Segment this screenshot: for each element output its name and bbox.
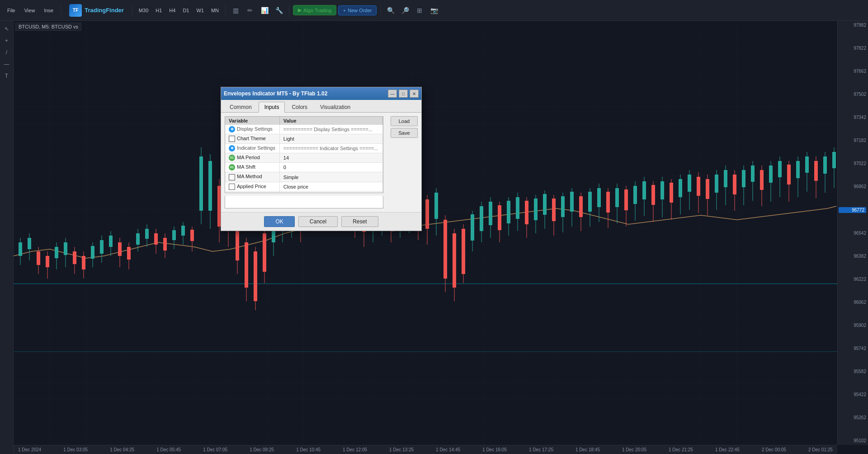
price-95102: 95102: [839, 438, 866, 443]
new-order-btn[interactable]: + New Order: [338, 5, 377, 15]
chart-area[interactable]: [14, 21, 837, 445]
tf-d1[interactable]: D1: [180, 6, 192, 14]
var-text-3: MA Period: [237, 155, 260, 160]
svg-rect-4: [19, 242, 22, 256]
val-cell-0[interactable]: ========== Display Settings ======...: [279, 125, 382, 134]
zoom-in-btn[interactable]: 🔍: [384, 4, 397, 17]
menu-insert[interactable]: Inse: [40, 6, 57, 15]
algo-icon: ▶: [298, 7, 302, 13]
tools-btn[interactable]: 🔧: [273, 4, 285, 17]
val-cell-4[interactable]: 0: [279, 163, 382, 172]
val-cell-2[interactable]: ============ Indicator Settings =====...: [279, 144, 382, 153]
tab-inputs[interactable]: Inputs: [259, 102, 285, 113]
var-cell-3: 01MA Period: [225, 153, 279, 163]
svg-rect-106: [480, 206, 483, 231]
svg-rect-46: [208, 161, 212, 211]
chart-type-btn[interactable]: ▥: [229, 4, 242, 17]
svg-rect-144: [651, 185, 655, 205]
svg-rect-180: [814, 161, 818, 181]
table-row[interactable]: ■Chart ThemeLight: [225, 134, 383, 144]
cursor-icon[interactable]: ↖: [1, 24, 12, 34]
dialog-close-btn[interactable]: ✕: [410, 90, 419, 98]
svg-rect-34: [154, 233, 158, 245]
time-7: 1 Dec 12:05: [343, 447, 367, 452]
menu-view[interactable]: View: [21, 6, 39, 15]
table-row[interactable]: 01MA Period14: [225, 153, 383, 163]
svg-rect-12: [55, 247, 58, 258]
svg-rect-130: [588, 192, 592, 212]
var-text-5: MA Method: [237, 174, 262, 179]
ok-button[interactable]: OK: [264, 216, 294, 227]
table-row[interactable]: ½Deviation0.1: [225, 191, 383, 193]
val-cell-3[interactable]: 14: [279, 153, 382, 163]
price-current: 96772: [839, 207, 866, 213]
crosshair-icon[interactable]: +: [1, 35, 12, 46]
time-10: 1 Dec 16:05: [482, 447, 507, 452]
time-15: 1 Dec 22:45: [715, 447, 740, 452]
table-row[interactable]: ⊕Display Settings========== Display Sett…: [225, 125, 383, 134]
table-row[interactable]: ■MA MethodSimple: [225, 172, 383, 182]
svg-rect-126: [570, 192, 574, 212]
symbol-label: BTCUSD, M5: BTCUSD vs: [15, 23, 81, 31]
svg-rect-148: [670, 183, 673, 203]
svg-rect-136: [615, 188, 619, 207]
dialog-titlebar[interactable]: Envelopes Indicator MT5 - By TFlab 1.02 …: [221, 87, 421, 100]
svg-rect-122: [552, 199, 556, 221]
price-97342: 97342: [839, 115, 866, 120]
svg-rect-32: [145, 229, 149, 239]
dialog-maximize-btn[interactable]: □: [399, 90, 408, 98]
row-icon-4: 01: [229, 164, 235, 170]
indicators-btn[interactable]: 📊: [258, 4, 271, 17]
time-17: 2 Dec 01:25: [808, 447, 833, 452]
price-96862: 96862: [839, 184, 866, 189]
svg-rect-150: [679, 179, 682, 197]
tab-colors[interactable]: Colors: [286, 102, 313, 112]
svg-rect-14: [64, 242, 67, 255]
zoom-out-btn[interactable]: 🔎: [399, 4, 411, 17]
col-variable: Variable: [225, 117, 279, 125]
save-btn[interactable]: Save: [391, 128, 418, 138]
svg-rect-10: [46, 256, 49, 267]
svg-rect-152: [688, 175, 691, 192]
grid-btn[interactable]: ⊞: [413, 4, 426, 17]
val-cell-7[interactable]: 0.1: [279, 191, 382, 193]
reset-button[interactable]: Reset: [341, 216, 378, 227]
menu-file[interactable]: File: [4, 6, 19, 15]
var-cell-5: ■MA Method: [225, 172, 279, 182]
load-btn[interactable]: Load: [391, 116, 418, 126]
val-cell-6[interactable]: Close price: [279, 182, 382, 191]
draw-btn[interactable]: ✏: [244, 4, 256, 17]
dialog-title: Envelopes Indicator MT5 - By TFlab 1.02: [224, 90, 327, 97]
tf-mn[interactable]: MN: [208, 6, 222, 14]
svg-rect-28: [127, 247, 131, 260]
price-97502: 97502: [839, 92, 866, 97]
tf-h1[interactable]: H1: [153, 6, 165, 14]
hline-icon[interactable]: —: [1, 59, 12, 70]
tab-visualization[interactable]: Visualization: [314, 102, 356, 112]
var-text-1: Chart Theme: [237, 136, 266, 141]
dialog-minimize-btn[interactable]: —: [388, 90, 397, 98]
row-icon-3: 01: [229, 155, 235, 161]
table-row[interactable]: ■Applied PriceClose price: [225, 182, 383, 191]
toolbar-sep-5: [380, 4, 381, 17]
val-cell-1[interactable]: Light: [279, 134, 382, 144]
screenshot-btn[interactable]: 📷: [428, 4, 440, 17]
tf-w1[interactable]: W1: [193, 6, 207, 14]
table-row[interactable]: ⊕Indicator Settings============ Indicato…: [225, 144, 383, 153]
inputs-table-container[interactable]: Variable Value ⊕Display Settings========…: [225, 116, 383, 193]
line-icon[interactable]: /: [1, 47, 12, 58]
tab-common[interactable]: Common: [224, 102, 258, 112]
indicator-dialog[interactable]: Envelopes Indicator MT5 - By TFlab 1.02 …: [221, 87, 422, 231]
text-icon[interactable]: T: [1, 71, 12, 81]
cancel-button[interactable]: Cancel: [298, 216, 338, 227]
svg-rect-98: [443, 220, 447, 279]
table-row[interactable]: 01MA Shift0: [225, 163, 383, 172]
algo-trading-btn[interactable]: ▶ Algo Trading: [293, 5, 336, 15]
tf-m30[interactable]: M30: [136, 6, 151, 14]
app-title: TradingFinder: [85, 7, 124, 14]
tf-h4[interactable]: H4: [166, 6, 178, 14]
val-cell-5[interactable]: Simple: [279, 172, 382, 182]
time-4: 1 Dec 07:05: [203, 447, 227, 452]
svg-rect-16: [73, 251, 76, 264]
svg-rect-108: [489, 202, 492, 225]
